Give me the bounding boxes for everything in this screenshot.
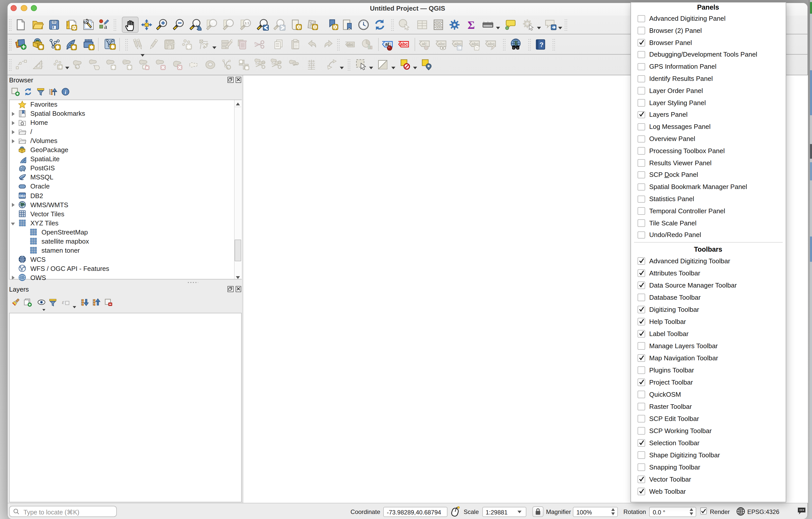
svg-text:DB2: DB2 bbox=[19, 194, 26, 198]
svg-text:ε: ε bbox=[62, 298, 64, 305]
svg-text:Σ: Σ bbox=[467, 19, 475, 31]
svg-text:abc: abc bbox=[346, 42, 353, 47]
svg-text:?: ? bbox=[540, 41, 544, 48]
svg-text:i: i bbox=[64, 89, 66, 95]
svg-text:1:1: 1:1 bbox=[244, 21, 249, 25]
svg-text:abc: abc bbox=[400, 41, 408, 47]
svg-text:abc: abc bbox=[438, 41, 445, 46]
